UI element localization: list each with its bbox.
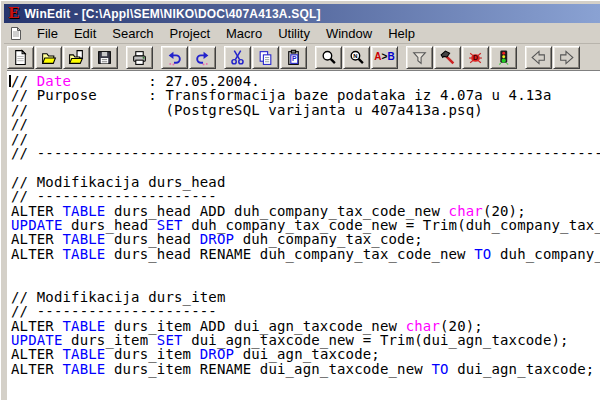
filter-funnel-icon bbox=[411, 49, 428, 66]
code-segment: TO bbox=[431, 361, 448, 377]
find-next-magnifier-icon: N bbox=[348, 49, 365, 66]
code-line[interactable]: // Date : 27.05.2004. bbox=[11, 74, 600, 88]
code-line[interactable]: ALTER TABLE durs_head ADD duh_company_ta… bbox=[11, 204, 600, 218]
toolbar-separator bbox=[518, 57, 525, 58]
forward-button[interactable] bbox=[553, 46, 580, 69]
navigate-forward-icon bbox=[558, 49, 575, 66]
undo-button[interactable] bbox=[161, 46, 188, 69]
open-all-button[interactable] bbox=[63, 46, 90, 69]
code-segment: TO bbox=[474, 246, 491, 262]
new-button[interactable] bbox=[7, 46, 34, 69]
code-segment: // -------------------------------------… bbox=[11, 145, 600, 161]
code-segment: ALTER bbox=[11, 246, 62, 262]
svg-text:D: D bbox=[473, 54, 478, 61]
code-line[interactable]: // Modifikacija durs_head bbox=[11, 175, 600, 189]
cut-button[interactable] bbox=[224, 46, 251, 69]
code-line[interactable]: ALTER TABLE durs_item DROP dui_agn_taxco… bbox=[11, 347, 600, 361]
menu-help[interactable]: Help bbox=[380, 24, 423, 43]
toolbar-separator bbox=[399, 57, 406, 58]
code-segment: TABLE bbox=[62, 361, 105, 377]
save-floppy-icon bbox=[96, 49, 113, 66]
code-line[interactable]: // Modifikacija durs_item bbox=[11, 290, 600, 304]
copy-icon bbox=[257, 49, 274, 66]
code-line[interactable] bbox=[11, 261, 600, 275]
code-segment: dui_agn_taxcode; bbox=[449, 361, 595, 377]
code-segment: TABLE bbox=[62, 246, 105, 262]
run-button[interactable] bbox=[490, 46, 517, 69]
print-icon bbox=[131, 49, 148, 66]
code-line[interactable]: // bbox=[11, 132, 600, 146]
toolbar-separator bbox=[581, 57, 600, 58]
code-line[interactable]: // Purpose : Transformacija baze podatak… bbox=[11, 88, 600, 102]
code-line[interactable]: // --------------------- bbox=[11, 304, 600, 318]
code-line[interactable]: ALTER TABLE durs_item RENAME dui_agn_tax… bbox=[11, 362, 600, 376]
editor-content[interactable]: // Date : 27.05.2004.// Purpose : Transf… bbox=[7, 70, 600, 400]
code-line[interactable]: ALTER TABLE durs_head RENAME duh_company… bbox=[11, 247, 600, 261]
cut-scissors-icon bbox=[229, 49, 246, 66]
svg-text:N: N bbox=[353, 52, 357, 58]
menu-bar: File Edit Search Project Macro Utility W… bbox=[4, 23, 600, 43]
code-line[interactable]: ALTER TABLE durs_item ADD dui_agn_taxcod… bbox=[11, 319, 600, 333]
toolbar-separator bbox=[308, 57, 315, 58]
navigate-back-icon bbox=[530, 49, 547, 66]
debug-bug-icon: D bbox=[467, 49, 484, 66]
text-caret bbox=[9, 75, 11, 87]
paste-button[interactable]: P bbox=[280, 46, 307, 69]
code-line[interactable]: // bbox=[11, 117, 600, 131]
open-files-icon bbox=[68, 49, 85, 66]
paste-clipboard-icon: P bbox=[285, 49, 302, 66]
code-segment: // (PostgreSQL varijanta u 407a413a.psq) bbox=[11, 102, 483, 118]
window-title: WinEdit - [C:\Appl\SEM\NIKO\DOC\407A413A… bbox=[24, 7, 320, 21]
code-segment: durs_item RENAME dui_agn_taxcode_new bbox=[105, 361, 431, 377]
code-line[interactable]: ALTER TABLE durs_head DROP duh_company_t… bbox=[11, 232, 600, 246]
editor-lines: // Date : 27.05.2004.// Purpose : Transf… bbox=[11, 74, 600, 376]
copy-button[interactable] bbox=[252, 46, 279, 69]
code-line[interactable] bbox=[11, 160, 600, 174]
winedit-window: E WinEdit - [C:\Appl\SEM\NIKO\DOC\407A41… bbox=[0, 0, 600, 400]
run-traffic-light-icon bbox=[495, 49, 512, 66]
menu-search[interactable]: Search bbox=[104, 24, 161, 43]
find-magnifier-icon bbox=[320, 49, 337, 66]
menu-utility[interactable]: Utility bbox=[270, 24, 318, 43]
new-document-icon bbox=[12, 49, 29, 66]
toolbar-separator bbox=[154, 57, 161, 58]
code-line[interactable]: // (PostgreSQL varijanta u 407a413a.psq) bbox=[11, 103, 600, 117]
code-segment: ALTER bbox=[11, 361, 62, 377]
toolbar: P N A>B D bbox=[4, 43, 600, 70]
code-line[interactable]: UPDATE durs_item SET dui_agn_taxcode_new… bbox=[11, 333, 600, 347]
menu-project[interactable]: Project bbox=[162, 24, 218, 43]
toolbar-separator bbox=[217, 57, 224, 58]
open-button[interactable] bbox=[35, 46, 62, 69]
code-line[interactable] bbox=[11, 275, 600, 289]
winedit-logo-icon: E bbox=[8, 6, 19, 21]
redo-button[interactable] bbox=[189, 46, 216, 69]
undo-icon bbox=[166, 49, 183, 66]
code-segment: durs_head RENAME duh_company_tax_code_ne… bbox=[105, 246, 474, 262]
redo-icon bbox=[194, 49, 211, 66]
toolbar-separator bbox=[119, 57, 126, 58]
code-line[interactable]: // -------------------------------------… bbox=[11, 146, 600, 160]
compile-hammer-icon bbox=[439, 49, 456, 66]
replace-ab-icon: A>B bbox=[374, 52, 394, 62]
menu-macro[interactable]: Macro bbox=[218, 24, 270, 43]
open-folder-icon bbox=[40, 49, 57, 66]
find-next-button[interactable]: N bbox=[343, 46, 370, 69]
code-segment: duh_company_tax_code; bbox=[491, 246, 600, 262]
replace-button[interactable]: A>B bbox=[371, 46, 398, 69]
print-button[interactable] bbox=[126, 46, 153, 69]
code-line[interactable]: // --------------------- bbox=[11, 189, 600, 203]
find-button[interactable] bbox=[315, 46, 342, 69]
save-button[interactable] bbox=[91, 46, 118, 69]
menu-window[interactable]: Window bbox=[318, 24, 380, 43]
debug-button[interactable]: D bbox=[462, 46, 489, 69]
menu-file[interactable]: File bbox=[29, 24, 66, 43]
compile-button[interactable] bbox=[434, 46, 461, 69]
document-system-menu-icon[interactable] bbox=[8, 26, 25, 41]
svg-text:P: P bbox=[292, 55, 297, 62]
menu-edit[interactable]: Edit bbox=[66, 24, 104, 43]
code-line[interactable]: UPDATE durs_head SET duh_company_tax_cod… bbox=[11, 218, 600, 232]
back-button[interactable] bbox=[525, 46, 552, 69]
filter-button[interactable] bbox=[406, 46, 433, 69]
title-bar[interactable]: E WinEdit - [C:\Appl\SEM\NIKO\DOC\407A41… bbox=[4, 4, 600, 23]
